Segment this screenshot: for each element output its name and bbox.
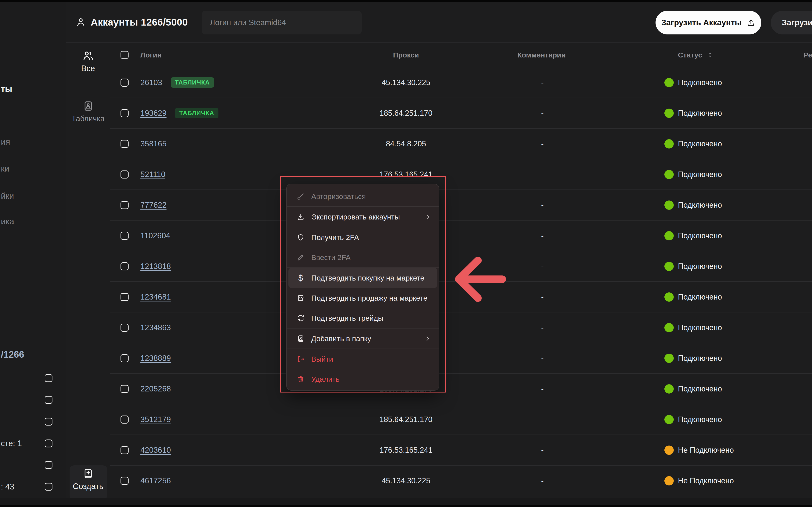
page-title: Аккаунты 1266/5000: [91, 16, 188, 28]
login-link[interactable]: 1213818: [140, 262, 171, 271]
comment-value: -: [541, 201, 544, 210]
table-row: 521110 176.53.165.241 - Подключено: [110, 159, 812, 190]
login-link[interactable]: 193629: [140, 109, 166, 118]
table-body: 26103 ТАБЛИЧКА 45.134.30.225 - Подключен…: [110, 67, 812, 496]
folder-checkbox[interactable]: [45, 396, 52, 404]
status-dot: [664, 384, 674, 394]
login-link[interactable]: 3512179: [140, 415, 171, 424]
upload-accounts-button[interactable]: Загрузить Аккаунты: [656, 11, 761, 35]
folder-checkbox[interactable]: [45, 461, 52, 469]
view-rail: Все Табличка Создать: [66, 43, 110, 505]
comment-value: -: [541, 262, 544, 271]
row-checkbox[interactable]: [120, 324, 129, 332]
row-checkbox[interactable]: [120, 78, 129, 87]
status-label: Подключено: [678, 385, 722, 393]
comment-value: -: [541, 323, 544, 332]
comment-value: -: [541, 139, 544, 148]
window-bottom-edge: [0, 505, 812, 507]
menu-item-label: Удалить: [311, 375, 340, 383]
table-row: 1213818 - Подключено: [110, 251, 812, 282]
folder-checkbox[interactable]: [45, 483, 52, 491]
accounts-table: Логин Прокси Комментарии Статус Ре 26103…: [110, 43, 812, 507]
login-link[interactable]: 358165: [140, 139, 166, 148]
sidebar-divider: [0, 318, 66, 318]
login-link[interactable]: 4203610: [140, 446, 171, 455]
upload-secondary-button[interactable]: Загрузит: [771, 11, 812, 35]
row-checkbox[interactable]: [120, 170, 129, 178]
menu-item[interactable]: Выйти: [287, 349, 439, 369]
status-label: Не Подключено: [678, 446, 734, 455]
status-label: Подключено: [678, 201, 722, 210]
upload-icon: [746, 18, 756, 27]
col-status-sort[interactable]: Статус: [565, 51, 812, 59]
rail-item-table[interactable]: Табличка: [66, 100, 110, 123]
row-checkbox[interactable]: [120, 385, 129, 393]
menu-item[interactable]: Подтвердить продажу на маркете: [287, 288, 439, 308]
status-label: Подключено: [678, 109, 722, 118]
sidebar-item-partial[interactable]: ия: [1, 137, 10, 147]
row-checkbox[interactable]: [120, 232, 129, 240]
row-checkbox[interactable]: [120, 262, 129, 270]
row-checkbox[interactable]: [120, 415, 129, 424]
comment-value: -: [541, 170, 544, 179]
sidebar-count-partial: /1266: [1, 349, 24, 360]
menu-item-label: Подтвердить покупку на маркете: [311, 274, 424, 282]
comment-value: -: [541, 446, 544, 455]
repeat-icon: [297, 314, 305, 322]
row-checkbox[interactable]: [120, 201, 129, 209]
menu-item[interactable]: Экспортировать аккаунты: [287, 207, 439, 227]
login-link[interactable]: 777622: [140, 201, 166, 210]
book-plus-icon: [82, 467, 94, 480]
chevron-right-icon: [424, 213, 431, 221]
login-link[interactable]: 1102604: [140, 231, 170, 240]
row-checkbox[interactable]: [120, 446, 129, 454]
accounts-user-icon: [75, 16, 87, 28]
row-checkbox[interactable]: [120, 293, 129, 301]
proxy-value: 45.134.30.225: [382, 78, 430, 87]
contact-book-icon: [82, 100, 94, 112]
download-icon: [297, 213, 305, 221]
folder-checkbox[interactable]: [45, 374, 52, 382]
menu-item[interactable]: Удалить: [287, 369, 439, 389]
people-icon: [82, 50, 94, 62]
folder-checkbox[interactable]: [45, 418, 52, 426]
status-label: Подключено: [678, 323, 722, 332]
login-link[interactable]: 521110: [140, 170, 165, 179]
menu-item[interactable]: Получить 2FA: [287, 227, 439, 247]
row-checkbox[interactable]: [120, 477, 129, 485]
login-link[interactable]: 26103: [140, 78, 162, 87]
search-input[interactable]: [202, 11, 362, 35]
comment-value: -: [541, 109, 544, 118]
table-row: 1234863 - Подключено: [110, 313, 812, 343]
row-checkbox[interactable]: [120, 354, 129, 362]
proxy-value: 185.64.251.170: [379, 415, 433, 424]
table-row: 1102604 - Подключено: [110, 221, 812, 251]
menu-item-label: Экспортировать аккаунты: [311, 213, 400, 221]
folder-checkbox[interactable]: [45, 440, 52, 447]
dollar-icon: $: [297, 274, 305, 282]
menu-item[interactable]: Авторизоваться: [287, 186, 439, 207]
sidebar-item-partial[interactable]: ика: [1, 217, 14, 226]
login-link[interactable]: 1234863: [140, 323, 171, 332]
status-dot: [664, 415, 674, 424]
menu-item[interactable]: Добавить в папку: [287, 329, 439, 349]
col-proxy: Прокси: [393, 51, 419, 59]
login-link[interactable]: 2205268: [140, 385, 171, 393]
sidebar-item-partial[interactable]: ки: [1, 164, 9, 173]
login-link[interactable]: 1238889: [140, 354, 171, 363]
sidebar-item-partial[interactable]: ты: [1, 84, 12, 94]
row-checkbox[interactable]: [120, 109, 129, 117]
login-link[interactable]: 4617256: [140, 476, 171, 485]
rail-item-all[interactable]: Все: [66, 50, 110, 73]
menu-item[interactable]: Подтвердить трейды: [287, 308, 439, 328]
menu-item[interactable]: Ввести 2FA: [287, 247, 439, 268]
sidebar-item-partial[interactable]: йки: [1, 191, 14, 201]
select-all-checkbox[interactable]: [120, 51, 129, 59]
menu-item[interactable]: $Подтвердить покупку на маркете: [289, 268, 437, 288]
row-checkbox[interactable]: [120, 140, 129, 148]
col-comments-sort[interactable]: Комментарии: [520, 51, 565, 59]
window-top-edge: [0, 0, 812, 2]
login-link[interactable]: 1234681: [140, 293, 171, 301]
status-label: Подключено: [678, 354, 722, 363]
create-button[interactable]: Создать: [66, 467, 110, 491]
